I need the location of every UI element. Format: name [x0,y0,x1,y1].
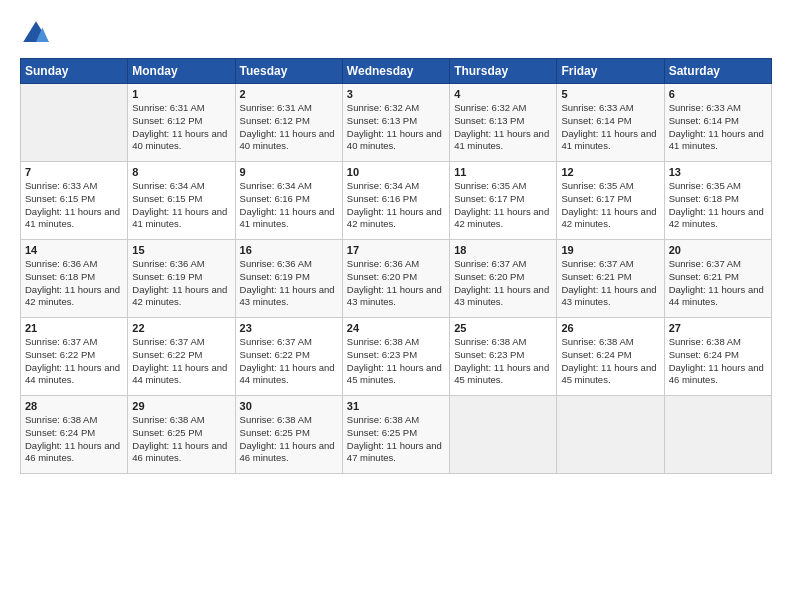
day-info: Sunrise: 6:36 AMSunset: 6:19 PMDaylight:… [132,258,230,309]
logo [20,18,56,50]
day-number: 13 [669,166,767,178]
calendar-day-cell: 7Sunrise: 6:33 AMSunset: 6:15 PMDaylight… [21,162,128,240]
day-info: Sunrise: 6:31 AMSunset: 6:12 PMDaylight:… [240,102,338,153]
day-info: Sunrise: 6:37 AMSunset: 6:22 PMDaylight:… [132,336,230,387]
calendar-day-cell: 20Sunrise: 6:37 AMSunset: 6:21 PMDayligh… [664,240,771,318]
calendar-day-cell: 2Sunrise: 6:31 AMSunset: 6:12 PMDaylight… [235,84,342,162]
day-info: Sunrise: 6:38 AMSunset: 6:25 PMDaylight:… [240,414,338,465]
day-number: 24 [347,322,445,334]
calendar-day-cell: 26Sunrise: 6:38 AMSunset: 6:24 PMDayligh… [557,318,664,396]
logo-icon [20,18,52,50]
calendar-day-cell: 19Sunrise: 6:37 AMSunset: 6:21 PMDayligh… [557,240,664,318]
day-info: Sunrise: 6:38 AMSunset: 6:25 PMDaylight:… [132,414,230,465]
day-number: 20 [669,244,767,256]
day-number: 10 [347,166,445,178]
calendar-day-cell: 18Sunrise: 6:37 AMSunset: 6:20 PMDayligh… [450,240,557,318]
calendar-day-cell: 6Sunrise: 6:33 AMSunset: 6:14 PMDaylight… [664,84,771,162]
calendar-day-cell: 31Sunrise: 6:38 AMSunset: 6:25 PMDayligh… [342,396,449,474]
day-info: Sunrise: 6:37 AMSunset: 6:22 PMDaylight:… [25,336,123,387]
day-info: Sunrise: 6:37 AMSunset: 6:20 PMDaylight:… [454,258,552,309]
calendar-day-cell [21,84,128,162]
day-number: 15 [132,244,230,256]
day-number: 9 [240,166,338,178]
day-info: Sunrise: 6:36 AMSunset: 6:18 PMDaylight:… [25,258,123,309]
calendar-week-row: 1Sunrise: 6:31 AMSunset: 6:12 PMDaylight… [21,84,772,162]
calendar-day-cell [450,396,557,474]
day-number: 31 [347,400,445,412]
day-number: 22 [132,322,230,334]
day-number: 29 [132,400,230,412]
weekday-header: Sunday [21,59,128,84]
day-info: Sunrise: 6:37 AMSunset: 6:21 PMDaylight:… [561,258,659,309]
day-number: 21 [25,322,123,334]
calendar-header-row: SundayMondayTuesdayWednesdayThursdayFrid… [21,59,772,84]
calendar-week-row: 21Sunrise: 6:37 AMSunset: 6:22 PMDayligh… [21,318,772,396]
calendar-day-cell: 5Sunrise: 6:33 AMSunset: 6:14 PMDaylight… [557,84,664,162]
calendar-day-cell: 10Sunrise: 6:34 AMSunset: 6:16 PMDayligh… [342,162,449,240]
calendar-day-cell [664,396,771,474]
weekday-header: Wednesday [342,59,449,84]
day-info: Sunrise: 6:35 AMSunset: 6:17 PMDaylight:… [454,180,552,231]
calendar-day-cell: 24Sunrise: 6:38 AMSunset: 6:23 PMDayligh… [342,318,449,396]
calendar-day-cell: 16Sunrise: 6:36 AMSunset: 6:19 PMDayligh… [235,240,342,318]
day-number: 6 [669,88,767,100]
header [20,18,772,50]
day-info: Sunrise: 6:38 AMSunset: 6:23 PMDaylight:… [347,336,445,387]
day-number: 7 [25,166,123,178]
day-info: Sunrise: 6:35 AMSunset: 6:18 PMDaylight:… [669,180,767,231]
day-info: Sunrise: 6:38 AMSunset: 6:24 PMDaylight:… [561,336,659,387]
day-info: Sunrise: 6:38 AMSunset: 6:24 PMDaylight:… [25,414,123,465]
calendar-week-row: 7Sunrise: 6:33 AMSunset: 6:15 PMDaylight… [21,162,772,240]
calendar-day-cell: 30Sunrise: 6:38 AMSunset: 6:25 PMDayligh… [235,396,342,474]
calendar-day-cell: 12Sunrise: 6:35 AMSunset: 6:17 PMDayligh… [557,162,664,240]
day-number: 25 [454,322,552,334]
day-info: Sunrise: 6:34 AMSunset: 6:15 PMDaylight:… [132,180,230,231]
weekday-header: Tuesday [235,59,342,84]
day-info: Sunrise: 6:38 AMSunset: 6:23 PMDaylight:… [454,336,552,387]
day-number: 16 [240,244,338,256]
calendar-day-cell: 8Sunrise: 6:34 AMSunset: 6:15 PMDaylight… [128,162,235,240]
weekday-header: Thursday [450,59,557,84]
calendar-day-cell: 23Sunrise: 6:37 AMSunset: 6:22 PMDayligh… [235,318,342,396]
day-number: 4 [454,88,552,100]
day-info: Sunrise: 6:38 AMSunset: 6:25 PMDaylight:… [347,414,445,465]
day-info: Sunrise: 6:34 AMSunset: 6:16 PMDaylight:… [240,180,338,231]
day-number: 23 [240,322,338,334]
day-number: 11 [454,166,552,178]
calendar-day-cell: 27Sunrise: 6:38 AMSunset: 6:24 PMDayligh… [664,318,771,396]
calendar-day-cell: 1Sunrise: 6:31 AMSunset: 6:12 PMDaylight… [128,84,235,162]
weekday-header: Monday [128,59,235,84]
calendar-day-cell: 25Sunrise: 6:38 AMSunset: 6:23 PMDayligh… [450,318,557,396]
day-number: 8 [132,166,230,178]
calendar-day-cell: 3Sunrise: 6:32 AMSunset: 6:13 PMDaylight… [342,84,449,162]
day-number: 17 [347,244,445,256]
calendar-day-cell [557,396,664,474]
day-number: 18 [454,244,552,256]
day-number: 28 [25,400,123,412]
weekday-header: Friday [557,59,664,84]
calendar-day-cell: 13Sunrise: 6:35 AMSunset: 6:18 PMDayligh… [664,162,771,240]
day-number: 1 [132,88,230,100]
calendar-day-cell: 9Sunrise: 6:34 AMSunset: 6:16 PMDaylight… [235,162,342,240]
weekday-header: Saturday [664,59,771,84]
calendar-day-cell: 17Sunrise: 6:36 AMSunset: 6:20 PMDayligh… [342,240,449,318]
day-number: 5 [561,88,659,100]
calendar-day-cell: 29Sunrise: 6:38 AMSunset: 6:25 PMDayligh… [128,396,235,474]
day-number: 3 [347,88,445,100]
page-container: SundayMondayTuesdayWednesdayThursdayFrid… [0,0,792,484]
day-info: Sunrise: 6:32 AMSunset: 6:13 PMDaylight:… [454,102,552,153]
calendar-day-cell: 21Sunrise: 6:37 AMSunset: 6:22 PMDayligh… [21,318,128,396]
day-info: Sunrise: 6:37 AMSunset: 6:21 PMDaylight:… [669,258,767,309]
calendar-week-row: 28Sunrise: 6:38 AMSunset: 6:24 PMDayligh… [21,396,772,474]
calendar-day-cell: 11Sunrise: 6:35 AMSunset: 6:17 PMDayligh… [450,162,557,240]
day-info: Sunrise: 6:36 AMSunset: 6:19 PMDaylight:… [240,258,338,309]
calendar-day-cell: 15Sunrise: 6:36 AMSunset: 6:19 PMDayligh… [128,240,235,318]
day-number: 14 [25,244,123,256]
day-number: 26 [561,322,659,334]
day-info: Sunrise: 6:35 AMSunset: 6:17 PMDaylight:… [561,180,659,231]
calendar-day-cell: 22Sunrise: 6:37 AMSunset: 6:22 PMDayligh… [128,318,235,396]
day-number: 27 [669,322,767,334]
day-info: Sunrise: 6:38 AMSunset: 6:24 PMDaylight:… [669,336,767,387]
calendar-day-cell: 4Sunrise: 6:32 AMSunset: 6:13 PMDaylight… [450,84,557,162]
day-number: 12 [561,166,659,178]
